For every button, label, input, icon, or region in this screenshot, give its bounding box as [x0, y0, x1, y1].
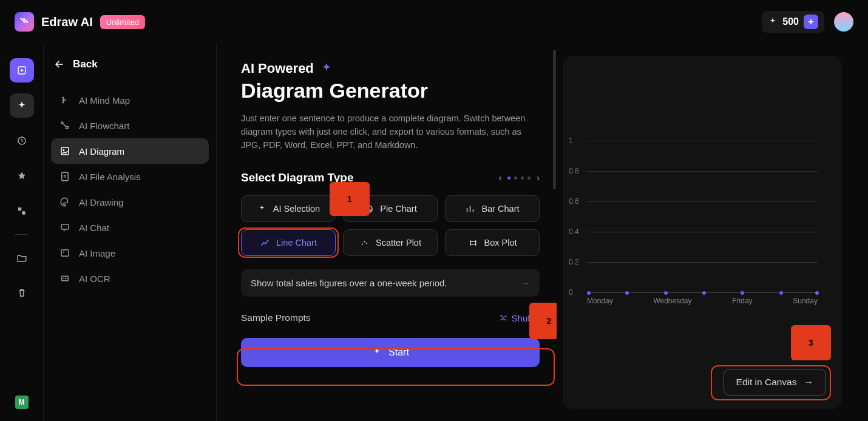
boxplot-icon [468, 238, 478, 248]
sidebar-item-label: AI Chat [79, 223, 109, 233]
gridline: 0.4 [587, 232, 818, 262]
svg-point-16 [366, 243, 367, 244]
chip-scatter-plot[interactable]: Scatter Plot [343, 229, 438, 256]
pager-dot[interactable] [514, 177, 517, 180]
chevron-left-icon[interactable]: ‹ [499, 173, 502, 183]
gridline: 0.2 [587, 262, 818, 292]
image-icon [59, 248, 70, 258]
bar-icon [465, 204, 475, 214]
rail-ai-button[interactable] [10, 93, 34, 118]
data-point [702, 291, 706, 295]
gridline: 0.8 [587, 171, 818, 201]
chip-line-chart[interactable]: Line Chart [241, 229, 336, 256]
pager-dot[interactable] [521, 177, 524, 180]
pager-dot[interactable] [527, 177, 531, 180]
page-title: Diagram Generator [241, 79, 540, 103]
page-description: Just enter one sentence to produce a com… [241, 112, 526, 152]
sidebar-item-flowchart[interactable]: AI Flowchart [51, 113, 209, 138]
sidebar-item-label: AI Mind Map [79, 95, 130, 106]
credits-pill[interactable]: 500 + [762, 11, 824, 33]
chevron-right-icon[interactable]: › [537, 173, 540, 183]
sidebar-item-drawing[interactable]: AI Drawing [51, 189, 209, 215]
topbar-right: 500 + [762, 11, 853, 33]
header-kicker: AI Powered [241, 61, 540, 76]
rail-shapes-button[interactable] [10, 199, 34, 223]
mindmap-icon [59, 95, 70, 106]
rail-star-button[interactable] [10, 164, 34, 188]
back-button[interactable]: Back [51, 58, 209, 70]
nav-rail: M [0, 44, 44, 421]
arrow-left-icon [53, 58, 66, 70]
file-icon [59, 171, 70, 182]
svg-rect-10 [61, 250, 69, 257]
chip-ai-selection[interactable]: AI Selection [241, 195, 336, 222]
sidebar-item-label: AI File Analysis [79, 172, 141, 182]
kicker-text: AI Powered [241, 61, 314, 76]
chip-box-plot[interactable]: Box Plot [445, 229, 540, 256]
annotation-callout-2: 2 [529, 303, 557, 339]
x-axis: 0 Monday Wednesday Friday Sunday [587, 292, 818, 308]
sidebar-item-diagram[interactable]: AI Diagram [51, 138, 209, 164]
back-label: Back [73, 58, 98, 70]
svg-point-15 [364, 241, 365, 242]
y-tick: 1 [569, 136, 573, 145]
brand-group: Edraw AI Unlimited [15, 12, 145, 32]
m-badge[interactable]: M [15, 396, 29, 409]
gridline: 0.6 [587, 201, 818, 232]
sidebar-item-chat[interactable]: AI Chat [51, 215, 209, 240]
rail-create-button[interactable] [10, 58, 34, 83]
start-button[interactable]: Start [241, 338, 540, 367]
arrow-right-icon[interactable]: → [521, 278, 530, 288]
sidebar-item-label: AI Flowchart [79, 121, 129, 131]
chart-preview: 1 0.8 0.6 0.4 0.2 0 Monday Wednesday Fri… [563, 56, 842, 369]
select-type-heading: Select Diagram Type ‹ › [241, 171, 540, 184]
diagram-type-grid: AI Selection Pie Chart Bar Chart Line Ch… [241, 195, 540, 256]
scrollbar[interactable] [553, 50, 556, 189]
type-pager: ‹ › [499, 173, 540, 183]
sidebar-item-mindmap[interactable]: AI Mind Map [51, 87, 209, 113]
pager-dots [507, 177, 531, 180]
avatar[interactable] [834, 12, 853, 32]
sidebar-item-ocr[interactable]: AI OCR [51, 266, 209, 291]
chip-label: Box Plot [484, 238, 517, 248]
svg-point-3 [22, 211, 25, 215]
sidebar-item-image[interactable]: AI Image [51, 240, 209, 266]
rail-recent-button[interactable] [10, 129, 34, 153]
brand-name: Edraw AI [41, 15, 93, 29]
prompt-text: Show total sales figures over a one-week… [251, 278, 447, 288]
svg-rect-2 [18, 207, 21, 210]
sidebar-item-file-analysis[interactable]: AI File Analysis [51, 164, 209, 189]
data-point [664, 291, 668, 295]
sample-prompts-label: Sample Prompts [241, 312, 311, 323]
shuffle-icon [498, 313, 508, 323]
x-ticks: Monday Wednesday Friday Sunday [587, 293, 818, 305]
annotation-callout-1: 1 [330, 182, 370, 216]
preview-panel: 1 0.8 0.6 0.4 0.2 0 Monday Wednesday Fri… [563, 56, 842, 409]
rail-divider [15, 234, 29, 235]
rail-trash-button[interactable] [10, 281, 34, 305]
pager-dot[interactable] [507, 177, 510, 180]
y-tick: 0 [569, 288, 573, 297]
annotation-number: 2 [547, 316, 552, 326]
data-point [779, 291, 783, 295]
palette-icon [59, 197, 70, 207]
x-tick: Friday [732, 297, 752, 305]
data-point [587, 291, 591, 295]
edit-canvas-button[interactable]: Edit in Canvas → [724, 369, 826, 396]
ocr-icon [59, 273, 70, 284]
chip-bar-chart[interactable]: Bar Chart [445, 195, 540, 222]
edit-canvas-label: Edit in Canvas [736, 377, 797, 388]
sidebar-item-label: AI Drawing [79, 197, 123, 207]
svg-point-14 [362, 243, 363, 244]
annotation-number: 1 [347, 194, 352, 204]
x-tick: Monday [587, 297, 613, 305]
plan-badge: Unlimited [100, 15, 145, 29]
rail-folder-button[interactable] [10, 246, 34, 270]
prompt-input[interactable]: Show total sales figures over a one-week… [241, 269, 540, 297]
sidebar-item-label: AI OCR [79, 274, 110, 284]
x-tick: Sunday [793, 297, 818, 305]
chip-label: AI Selection [273, 204, 320, 214]
x-tick: Wednesday [653, 297, 691, 305]
add-credits-button[interactable]: + [804, 15, 818, 29]
start-label: Start [388, 347, 409, 358]
